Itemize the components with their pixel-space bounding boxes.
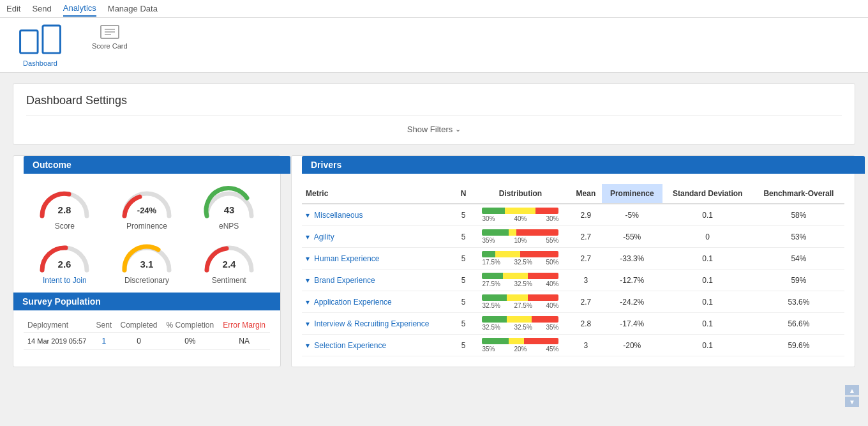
prominence-gauge-svg: -24% [118,184,176,219]
dist-yellow-label: 40% [514,215,527,222]
discretionary-gauge-svg: 3.1 [118,238,176,273]
expand-icon[interactable] [306,341,312,350]
expand-icon[interactable] [306,276,312,285]
expand-icon[interactable] [306,319,312,328]
driver-benchmark: 53.6% [753,291,844,313]
dist-green-label: 17.5% [482,259,500,266]
discretionary-label: Discretionary [124,276,169,285]
driver-std: 0.1 [662,313,753,335]
driver-n: 5 [456,270,471,291]
survey-error: NA [218,333,270,350]
prominence-label: Prominence [126,222,167,231]
driver-dist: 30% 40% 30% [471,204,570,226]
dist-yellow-label: 32.5% [514,259,532,266]
score-gauge-svg: 2.8 [36,184,93,219]
driver-n: 5 [456,248,471,270]
driver-benchmark: 56.6% [753,313,844,335]
expand-icon[interactable] [306,211,312,220]
top-gauges: 2.8 Score -24% Prominence [24,184,270,231]
driver-row: Agility 5 35% 10% 55% 2.7 -55% 0 53% [302,226,844,248]
svg-text:-24%: -24% [137,206,157,215]
th-std: Standard Deviation [662,184,753,204]
dist-red-label: 35% [546,324,558,331]
driver-metric: Agility [302,226,456,248]
col-sent: Sent [92,318,116,333]
enps-gauge: 43 eNPS [200,184,258,231]
chevron-down-icon: ⌄ [455,125,461,133]
driver-prominence: -12.7% [602,270,662,291]
driver-dist: 32.5% 27.5% 40% [471,291,570,313]
metric-link[interactable]: Application Experience [314,298,392,307]
dist-green-label: 32.5% [482,324,500,331]
nav-edit[interactable]: Edit [6,1,20,16]
th-prominence: Prominence [602,184,662,204]
driver-row: Miscellaneous 5 30% 40% 30% 2.9 -5% 0.1 … [302,204,844,226]
toolbar-scorecard[interactable]: Score Card [87,22,133,68]
driver-metric: Human Experience [302,248,456,270]
prominence-gauge: -24% Prominence [118,184,176,231]
driver-benchmark: 54% [753,248,844,270]
dist-red-label: 40% [546,280,558,287]
driver-n: 5 [456,313,471,335]
svg-text:3.1: 3.1 [140,259,154,270]
driver-prominence: -55% [602,226,662,248]
discretionary-gauge: 3.1 Discretionary [118,238,176,285]
driver-mean: 2.7 [570,291,602,313]
metric-link[interactable]: Miscellaneous [314,211,363,220]
survey-row: 14 Mar 2019 05:57 1 0 0% NA [24,333,270,350]
driver-row: Application Experience 5 32.5% 27.5% 40%… [302,291,844,313]
survey-sent[interactable]: 1 [92,333,116,350]
dist-red-label: 40% [546,302,558,309]
driver-metric: Application Experience [302,291,456,313]
score-gauge: 2.8 Score [36,184,93,231]
expand-icon[interactable] [306,254,312,263]
driver-std: 0.1 [662,291,753,313]
driver-metric: Selection Experience [302,335,456,356]
enps-label: eNPS [219,222,239,231]
show-filters-button[interactable]: Show Filters ⌄ [26,121,842,138]
svg-text:2.6: 2.6 [58,259,71,270]
driver-mean: 2.8 [570,313,602,335]
metric-link[interactable]: Brand Experience [314,276,375,285]
metric-link[interactable]: Interview & Recruiting Experience [314,319,429,328]
main-content: Dashboard Settings Show Filters ⌄ Outcom… [0,73,868,377]
driver-mean: 2.7 [570,226,602,248]
driver-std: 0.1 [662,270,753,291]
dist-green-label: 32.5% [482,302,500,309]
driver-mean: 2.9 [570,204,602,226]
driver-n: 5 [456,291,471,313]
outcome-header: Outcome [24,156,290,174]
driver-benchmark: 53% [753,226,844,248]
intent-label: Intent to Join [43,276,87,285]
outcome-panel: Outcome 2.8 Score - [13,155,281,367]
driver-row: Human Experience 5 17.5% 32.5% 50% 2.7 -… [302,248,844,270]
metric-link[interactable]: Agility [314,232,334,241]
svg-rect-1 [43,26,61,53]
driver-prominence: -20% [602,335,662,356]
th-n: N [456,184,471,204]
nav-send[interactable]: Send [32,1,51,16]
dashboard-icon [11,23,69,58]
nav-manage-data[interactable]: Manage Data [108,1,158,16]
driver-dist: 35% 10% 55% [471,226,570,248]
svg-text:2.8: 2.8 [58,204,71,215]
drivers-panel: Drivers Metric N Distribution Mean Promi… [291,155,855,367]
toolbar-dashboard[interactable]: Dashboard [6,22,74,68]
dist-red-label: 30% [546,215,558,222]
driver-mean: 2.7 [570,248,602,270]
driver-metric: Interview & Recruiting Experience [302,313,456,335]
metric-link[interactable]: Human Experience [314,254,379,263]
driver-row: Interview & Recruiting Experience 5 32.5… [302,313,844,335]
metric-link[interactable]: Selection Experience [314,341,386,350]
dist-red-label: 45% [546,346,558,353]
driver-dist: 35% 20% 45% [471,335,570,356]
survey-pct: 0% [161,333,218,350]
nav-analytics[interactable]: Analytics [63,1,96,17]
expand-icon[interactable] [306,298,312,307]
expand-icon[interactable] [306,232,312,241]
th-benchmark: Benchmark-Overall [753,184,844,204]
th-mean: Mean [570,184,602,204]
dist-green-label: 35% [482,237,495,244]
top-nav: Edit Send Analytics Manage Data [0,0,868,18]
settings-title: Dashboard Settings [26,94,842,107]
